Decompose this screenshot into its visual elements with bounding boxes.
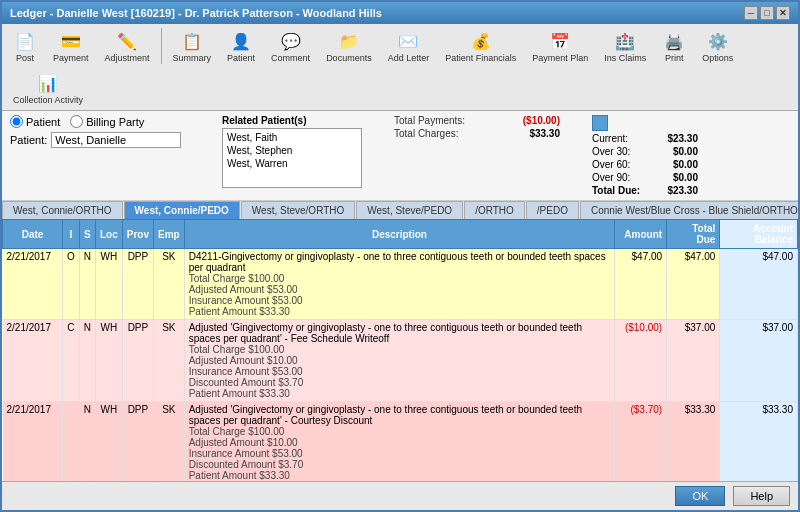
comment-icon: 💬	[279, 29, 303, 53]
tab-ortho[interactable]: /ORTHO	[464, 201, 525, 219]
documents-icon: 📁	[337, 29, 361, 53]
related-patients-list: West, Faith West, Stephen West, Warren	[222, 128, 362, 188]
payment-button[interactable]: 💳 Payment	[46, 26, 96, 66]
aging-icon	[592, 115, 608, 131]
ledger-table: Date I S Loc Prov Emp Description Amount…	[2, 219, 798, 481]
row1-date: 2/21/2017	[3, 249, 63, 320]
ins-claims-label: Ins Claims	[604, 53, 646, 63]
summary-icon: 📋	[180, 29, 204, 53]
options-label: Options	[702, 53, 733, 63]
summary-label: Summary	[173, 53, 212, 63]
add-letter-label: Add Letter	[388, 53, 430, 63]
ins-claims-button[interactable]: 🏥 Ins Claims	[597, 26, 653, 66]
row3-amount: ($3.70)	[615, 402, 667, 482]
header-s: S	[79, 220, 95, 249]
print-button[interactable]: 🖨️ Print	[655, 26, 693, 66]
aging-over60-line: Over 60: $0.00	[592, 159, 698, 170]
related-patient-0[interactable]: West, Faith	[225, 131, 359, 144]
row2-totaldue: $37.00	[667, 320, 720, 402]
aging-area: Current: $23.30 Over 30: $0.00 Over 60: …	[592, 115, 698, 196]
tab-connie-bcbs-ortho[interactable]: Connie West/Blue Cross - Blue Shield/ORT…	[580, 201, 798, 219]
table-body: 2/21/2017 O N WH DPP SK D4211-Gingivecto…	[3, 249, 798, 482]
header-loc: Loc	[96, 220, 123, 249]
collection-activity-label: Collection Activity	[13, 95, 83, 105]
radio-patient[interactable]: Patient	[10, 115, 60, 128]
window-title: Ledger - Danielle West [160219] - Dr. Pa…	[10, 7, 382, 19]
tab-pedo[interactable]: /PEDO	[526, 201, 579, 219]
patient-label-btn: Patient	[227, 53, 255, 63]
adjustment-label: Adjustment	[105, 53, 150, 63]
aging-over30-value: $0.00	[653, 146, 698, 157]
total-payments-value: ($10.00)	[500, 115, 560, 126]
header-i: I	[63, 220, 80, 249]
aging-over30-line: Over 30: $0.00	[592, 146, 698, 157]
row2-loc: WH	[96, 320, 123, 402]
tab-west-connie-pedo[interactable]: West, Connie/PEDO	[124, 201, 240, 219]
documents-button[interactable]: 📁 Documents	[319, 26, 379, 66]
aging-current-line: Current: $23.30	[592, 133, 698, 144]
row2-balance: $37.00	[720, 320, 798, 402]
collection-activity-button[interactable]: 📊 Collection Activity	[6, 68, 90, 108]
post-icon: 📄	[13, 29, 37, 53]
ins-claims-icon: 🏥	[613, 29, 637, 53]
minimize-button[interactable]: ─	[744, 6, 758, 20]
close-button[interactable]: ✕	[776, 6, 790, 20]
help-button[interactable]: Help	[733, 486, 790, 506]
header-prov: Prov	[122, 220, 153, 249]
patient-financials-icon: 💰	[469, 29, 493, 53]
ok-button[interactable]: OK	[675, 486, 725, 506]
aging-over90-value: $0.00	[653, 172, 698, 183]
tab-west-steve-ortho[interactable]: West, Steve/ORTHO	[241, 201, 355, 219]
total-charges-line: Total Charges: $33.30	[394, 128, 560, 139]
options-button[interactable]: ⚙️ Options	[695, 26, 740, 66]
aging-over90-line: Over 90: $0.00	[592, 172, 698, 183]
header-balance: Account Balance	[720, 220, 798, 249]
related-patient-1[interactable]: West, Stephen	[225, 144, 359, 157]
row3-totaldue: $33.30	[667, 402, 720, 482]
patient-field-label: Patient:	[10, 134, 47, 146]
patient-button[interactable]: 👤 Patient	[220, 26, 262, 66]
comment-button[interactable]: 💬 Comment	[264, 26, 317, 66]
row1-balance: $47.00	[720, 249, 798, 320]
row3-balance: $33.30	[720, 402, 798, 482]
payment-icon: 💳	[59, 29, 83, 53]
radio-group: Patient Billing Party	[10, 115, 210, 128]
tab-west-steve-pedo[interactable]: West, Steve/PEDO	[356, 201, 463, 219]
radio-billing[interactable]: Billing Party	[70, 115, 144, 128]
summary-button[interactable]: 📋 Summary	[166, 26, 219, 66]
patient-input[interactable]	[51, 132, 181, 148]
row1-prov: DPP	[122, 249, 153, 320]
sep1	[161, 28, 162, 64]
row3-date: 2/21/2017	[3, 402, 63, 482]
tab-west-connie-ortho[interactable]: West, Connie/ORTHO	[2, 201, 123, 219]
table-row[interactable]: 2/21/2017 N WH DPP SK Adjusted 'Gingivec…	[3, 402, 798, 482]
total-payments-label: Total Payments:	[394, 115, 494, 126]
toolbar: 📄 Post 💳 Payment ✏️ Adjustment 📋 Summary…	[2, 24, 798, 111]
aging-total-value: $23.30	[653, 185, 698, 196]
payment-label: Payment	[53, 53, 89, 63]
row3-s: N	[79, 402, 95, 482]
total-charges-label: Total Charges:	[394, 128, 494, 139]
row3-i	[63, 402, 80, 482]
patient-financials-button[interactable]: 💰 Patient Financials	[438, 26, 523, 66]
patient-left: Patient Billing Party Patient:	[10, 115, 210, 148]
adjustment-button[interactable]: ✏️ Adjustment	[98, 26, 157, 66]
header-totaldue: Total Due	[667, 220, 720, 249]
row3-desc: Adjusted 'Gingivectomy or gingivoplasty …	[184, 402, 614, 482]
row2-i: C	[63, 320, 80, 402]
related-patients-area: Related Patient(s) West, Faith West, Ste…	[222, 115, 362, 188]
aging-current-label: Current:	[592, 133, 647, 144]
print-icon: 🖨️	[662, 29, 686, 53]
aging-current-value: $23.30	[653, 133, 698, 144]
row1-s: N	[79, 249, 95, 320]
header-desc: Description	[184, 220, 614, 249]
maximize-button[interactable]: □	[760, 6, 774, 20]
row2-date: 2/21/2017	[3, 320, 63, 402]
post-button[interactable]: 📄 Post	[6, 26, 44, 66]
add-letter-button[interactable]: ✉️ Add Letter	[381, 26, 437, 66]
table-row[interactable]: 2/21/2017 C N WH DPP SK Adjusted 'Gingiv…	[3, 320, 798, 402]
payment-plan-button[interactable]: 📅 Payment Plan	[525, 26, 595, 66]
table-row[interactable]: 2/21/2017 O N WH DPP SK D4211-Gingivecto…	[3, 249, 798, 320]
related-patient-2[interactable]: West, Warren	[225, 157, 359, 170]
aging-header	[592, 115, 698, 131]
